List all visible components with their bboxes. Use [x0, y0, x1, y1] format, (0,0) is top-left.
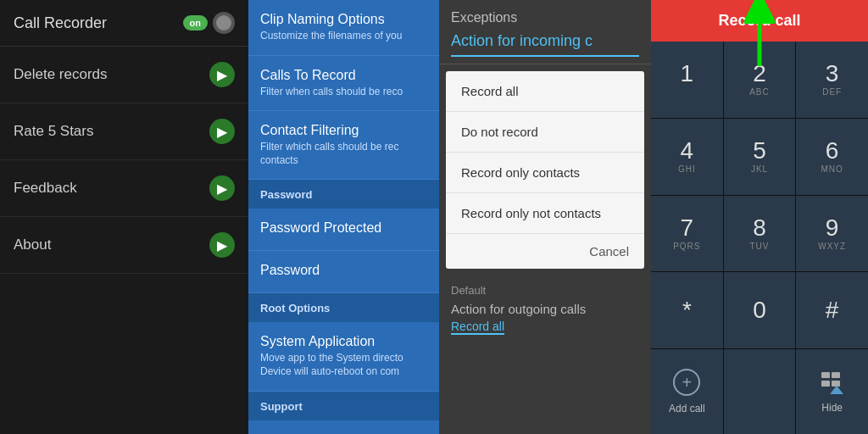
section-header-password: Password [248, 180, 439, 209]
header: Call Recorder on [0, 0, 248, 47]
action-incoming-label: Action for incoming c [451, 32, 639, 57]
key-letters: MNO [821, 164, 843, 174]
settings-item-title: Password Protected [260, 220, 427, 236]
exceptions-dialog: Exceptions Action for incoming c Record … [439, 0, 651, 434]
key-letters: TUV [749, 242, 769, 251]
section-header-label: Root Options [260, 302, 330, 314]
outgoing-label: Action for outgoing calls [451, 302, 639, 316]
settings-item-subtitle: Filter when calls should be reco [260, 86, 427, 99]
menu-item-label: Rate 5 Stars [14, 123, 94, 140]
add-call-label: Add call [669, 403, 705, 415]
toggle-circle-inner [216, 15, 231, 31]
menu-item-about[interactable]: About ▶ [0, 217, 248, 274]
settings-system-application[interactable]: System Application Move app to the Syste… [248, 322, 439, 391]
app-title: Call Recorder [14, 14, 107, 32]
add-call-button[interactable]: + Add call [651, 349, 723, 434]
key-letters: PQRS [673, 242, 700, 251]
toggle-circle[interactable] [213, 12, 235, 34]
menu-item-label: Feedback [14, 180, 77, 197]
settings-item-subtitle: Move app to the System directo Device wi… [260, 352, 427, 378]
menu-item-arrow[interactable]: ▶ [209, 232, 235, 258]
settings-list: Clip Naming Options Customize the filena… [248, 0, 439, 434]
section-header-root: Root Options [248, 293, 439, 322]
key-number: 1 [681, 62, 694, 86]
menu-item-rate[interactable]: Rate 5 Stars ▶ [0, 103, 248, 160]
settings-item-subtitle: Filter which calls should be rec contact… [260, 141, 427, 167]
settings-calls-to-record[interactable]: Calls To Record Filter when calls should… [248, 56, 439, 112]
dialer-key-empty [724, 349, 796, 434]
menu-item-arrow[interactable]: ▶ [209, 62, 235, 87]
key-letters: DEF [822, 87, 842, 97]
key-letters: JKL [751, 164, 768, 174]
settings-clip-naming[interactable]: Clip Naming Options Customize the filena… [248, 0, 439, 56]
dialer-key-6[interactable]: 6 MNO [796, 119, 868, 195]
menu-item-feedback[interactable]: Feedback ▶ [0, 160, 248, 217]
dialer-key-7[interactable]: 7 PQRS [651, 196, 723, 272]
record-arrow-icon [744, 0, 775, 66]
toggle-switch[interactable]: on [183, 12, 235, 34]
menu-item-arrow[interactable]: ▶ [209, 119, 235, 144]
settings-contact-filtering[interactable]: Contact Filtering Filter which calls sho… [248, 111, 439, 180]
dialer-key-0[interactable]: 0 [724, 272, 796, 348]
dialer-key-hash[interactable]: # [796, 272, 868, 348]
svg-rect-3 [832, 372, 840, 378]
settings-item-subtitle: Customize the filenames of you [260, 30, 427, 43]
hide-button[interactable]: Hide [796, 349, 868, 434]
dialer-header: Record call [651, 0, 868, 42]
dialer-key-1[interactable]: 1 [651, 42, 723, 118]
menu-item-label: About [14, 236, 51, 253]
toggle-on-label[interactable]: on [183, 15, 208, 31]
call-recorder-menu: Call Recorder on Delete records ▶ Rate 5… [0, 0, 248, 434]
key-letters [685, 87, 688, 97]
dialer-key-9[interactable]: 9 WXYZ [796, 196, 868, 272]
key-number: 7 [681, 216, 694, 240]
section-header-label: Password [260, 188, 312, 201]
key-number: 6 [826, 139, 839, 163]
svg-rect-5 [832, 381, 840, 387]
settings-item-title: System Application [260, 334, 427, 349]
key-number: 4 [681, 139, 694, 163]
hide-icon [820, 370, 845, 398]
dialer-key-3[interactable]: 3 DEF [796, 42, 868, 118]
key-number: * [682, 298, 692, 322]
key-letters: GHI [678, 164, 696, 174]
settings-item-title: Password [260, 263, 427, 278]
outgoing-value: Record all [451, 320, 504, 335]
dialog-top: Exceptions Action for incoming c [439, 0, 651, 64]
svg-rect-4 [821, 381, 830, 387]
exceptions-label: Exceptions [451, 10, 639, 25]
dialer-key-5[interactable]: 5 JKL [724, 119, 796, 195]
dialer-key-star[interactable]: * [651, 272, 723, 348]
key-number: 3 [826, 62, 839, 86]
settings-item-title: Calls To Record [260, 68, 427, 83]
key-number: # [826, 298, 839, 322]
panel3-bottom: Default Action for outgoing calls Record… [439, 275, 651, 434]
key-letters: ABC [749, 87, 770, 97]
settings-password[interactable]: Password [248, 251, 439, 293]
menu-item-label: Delete records [14, 66, 108, 83]
dialer-grid: 1 2 ABC 3 DEF 4 GHI 5 JKL 6 MNO 7 PQRS [651, 42, 868, 434]
section-header-support: Support [248, 392, 439, 420]
dialog-option-record-all[interactable]: Record all [446, 71, 644, 112]
dialer-key-4[interactable]: 4 GHI [651, 119, 723, 195]
key-number: 0 [753, 298, 766, 322]
dialog-cancel-button[interactable]: Cancel [446, 234, 644, 269]
settings-password-protected[interactable]: Password Protected [248, 209, 439, 251]
dialog-option-record-only-contacts[interactable]: Record only contacts [446, 153, 644, 193]
menu-item-arrow[interactable]: ▶ [209, 175, 235, 201]
dialer-key-8[interactable]: 8 TUV [724, 196, 796, 272]
key-number: 9 [826, 216, 839, 240]
hide-label: Hide [821, 402, 843, 414]
svg-marker-6 [830, 386, 843, 394]
menu-item-delete-records[interactable]: Delete records ▶ [0, 47, 248, 103]
section-header-label: Support [260, 400, 303, 413]
key-number: 5 [753, 139, 766, 163]
dialer-panel: Record call 1 2 ABC 3 DEF [651, 0, 868, 434]
settings-item-title: Contact Filtering [260, 123, 427, 138]
dialog-option-do-not-record[interactable]: Do not record [446, 112, 644, 153]
dialog-options-box: Record all Do not record Record only con… [446, 71, 644, 269]
svg-rect-2 [821, 372, 830, 378]
default-label: Default [451, 284, 639, 297]
dialog-option-record-only-not-contacts[interactable]: Record only not contacts [446, 193, 644, 234]
add-call-icon: + [673, 369, 700, 396]
